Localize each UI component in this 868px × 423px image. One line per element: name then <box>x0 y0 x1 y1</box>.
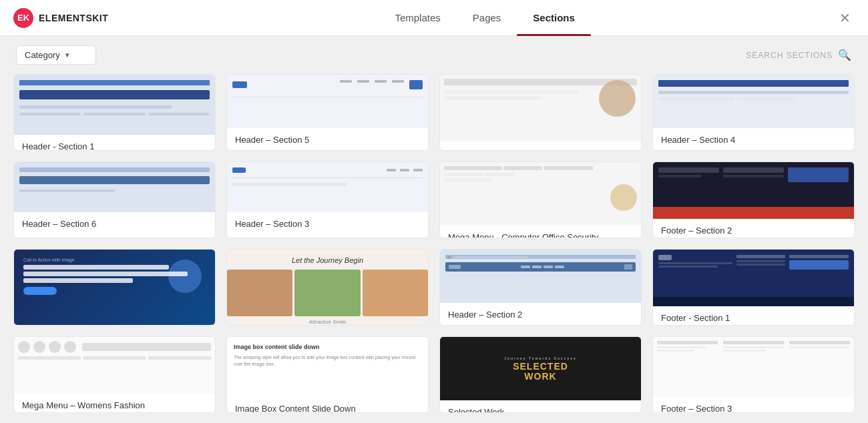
card-header-section-6[interactable]: Header – Section 6 <box>13 161 216 238</box>
card-label: Header – Section 6 <box>14 212 215 236</box>
footer2-red-bar <box>653 207 854 219</box>
selected-work-text: Journey Towards Success SELECTED WORK <box>504 356 577 382</box>
card-label: Header – Section 2 <box>440 303 641 326</box>
chevron-down-icon: ▼ <box>64 51 71 59</box>
close-button[interactable]: ✕ <box>835 8 855 28</box>
card-footer-section-2[interactable]: Footer – Section 2 <box>652 161 855 238</box>
card-mega-menu-computer[interactable]: Mega Menu - Computer Office Security <box>439 161 642 238</box>
preview-nav-bar <box>19 90 210 99</box>
card-preview-header1 <box>14 75 215 135</box>
toolbar: Category ▼ SEARCH SECTIONS 🔍 <box>0 36 868 74</box>
nav-tabs: Templates Pages Sections <box>135 0 835 36</box>
card-preview-header5 <box>227 75 428 128</box>
card-header-section-1[interactable]: Header - Section 1 <box>13 74 216 151</box>
logo-area: EK ELEMENTSKIT <box>13 8 108 28</box>
card-image-box-slide[interactable]: Image box content slide down The amazing… <box>226 336 429 413</box>
card-footer-section-1[interactable]: Footer - Section 1 <box>652 249 855 326</box>
card-label: Header - Section 1 <box>14 135 215 151</box>
card-preview-cta: Call to Action with Image <box>14 250 215 326</box>
search-placeholder-text: SEARCH SECTIONS <box>746 51 833 60</box>
category-label: Category <box>25 50 60 60</box>
card-preview-header4 <box>653 75 854 128</box>
category-dropdown[interactable]: Category ▼ <box>16 45 96 65</box>
card-preview-selected: Journey Towards Success SELECTED WORK <box>440 337 641 400</box>
card-label: Image Box Content Slide Down <box>227 397 428 413</box>
card-label: Mega Menu – Womens Fashion <box>14 394 215 413</box>
card-label: Header – Section 3 <box>227 212 428 236</box>
footer1-bottom-bar <box>653 297 854 306</box>
card-preview-footer3 <box>653 337 854 397</box>
card-header-section-5[interactable]: Header – Section 5 <box>226 74 429 151</box>
card-header-section-3[interactable]: Header – Section 3 <box>226 161 429 238</box>
tab-sections[interactable]: Sections <box>517 0 591 36</box>
card-header-section-2[interactable]: ✆ Header – Section 2 <box>439 249 642 326</box>
beauty-img-2 <box>294 270 360 316</box>
card-preview-footer1 <box>653 250 854 306</box>
beauty-img-3 <box>363 270 428 316</box>
card-selected-work[interactable]: Journey Towards Success SELECTED WORK Se… <box>439 336 642 413</box>
card-footer-section-3[interactable]: Footer – Section 3 <box>652 336 855 413</box>
tab-templates[interactable]: Templates <box>379 0 456 36</box>
card-preview-comp <box>440 162 641 226</box>
card-label: Mega Menu – Mens Fashion <box>440 141 641 151</box>
card-label: Header – Section 4 <box>653 128 854 151</box>
beauty-img-1 <box>227 270 292 316</box>
beauty-title-text: Let the Journey Begin <box>227 256 428 264</box>
card-label: Footer – Section 3 <box>653 397 854 413</box>
card-label: Mega Menu - Computer Office Security <box>440 226 641 238</box>
card-mega-menu-mens[interactable]: Mega Menu – Mens Fashion <box>439 74 642 151</box>
card-label: Selected Work <box>440 400 641 413</box>
card-preview-footer2 <box>653 162 854 219</box>
card-header-section-4[interactable]: Header – Section 4 <box>652 74 855 151</box>
logo-icon: EK <box>13 8 33 28</box>
card-label: Header – Section 5 <box>227 128 428 151</box>
card-preview-header6 <box>14 162 215 212</box>
card-label: Footer - Section 1 <box>653 306 854 326</box>
imagebox-text: The amazing style will allow you to add … <box>234 354 421 368</box>
card-mega-menu-womens[interactable]: Mega Menu – Womens Fashion <box>13 336 216 413</box>
card-cta-section-19[interactable]: Call to Action with Image Call To Action… <box>13 249 216 326</box>
card-preview-mens <box>440 75 641 141</box>
card-preview-header2: ✆ <box>440 250 641 303</box>
card-preview-beauty: Let the Journey Begin Attractive Smile <box>227 250 428 326</box>
sections-grid: Header - Section 1 Header – Section 5 <box>0 74 868 423</box>
beauty-images <box>227 270 428 316</box>
preview-top-bar <box>19 80 210 85</box>
logo-text: ELEMENTSKIT <box>39 13 108 23</box>
top-navigation: EK ELEMENTSKIT Templates Pages Sections … <box>0 0 868 36</box>
card-label: Footer – Section 2 <box>653 219 854 238</box>
imagebox-title: Image box content slide down <box>234 344 421 350</box>
tab-pages[interactable]: Pages <box>457 0 517 36</box>
search-area: SEARCH SECTIONS 🔍 <box>746 49 852 61</box>
search-icon[interactable]: 🔍 <box>838 49 852 61</box>
card-preview-imagebox: Image box content slide down The amazing… <box>227 337 428 397</box>
card-image-accordion-beauty[interactable]: Let the Journey Begin Attractive Smile I… <box>226 249 429 326</box>
card-preview-header3 <box>227 162 428 212</box>
card-preview-womens <box>14 337 215 394</box>
